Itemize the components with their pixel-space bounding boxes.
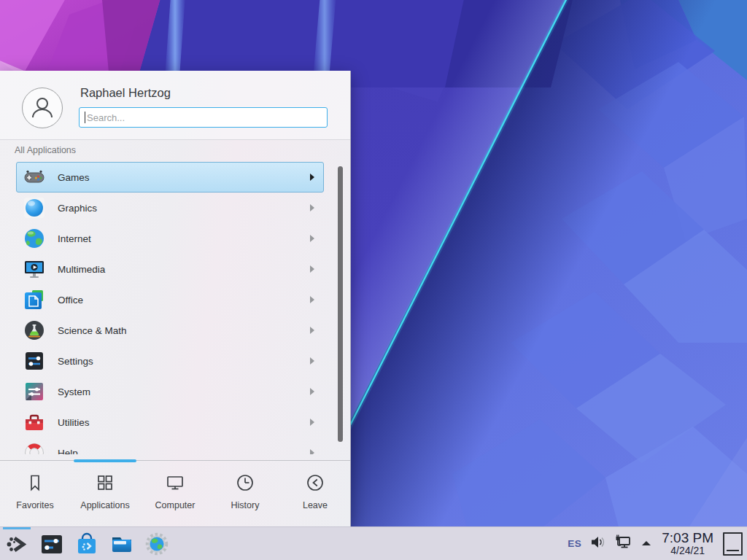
submenu-arrow-icon	[310, 449, 314, 454]
category-row-games[interactable]: Games	[16, 162, 324, 192]
sliders-dark-icon	[23, 349, 46, 373]
web-browser-button[interactable]	[144, 531, 170, 557]
category-label: Utilities	[58, 417, 90, 428]
toolbox-icon	[23, 411, 46, 434]
submenu-arrow-icon	[310, 296, 314, 303]
tab-computer[interactable]: Computer	[140, 461, 210, 526]
search-input[interactable]	[79, 107, 328, 128]
gamepad-icon	[23, 166, 46, 189]
submenu-arrow-icon	[310, 174, 314, 181]
category-row-multimedia[interactable]: Multimedia	[16, 254, 324, 284]
network-icon[interactable]	[614, 533, 632, 554]
tab-label: Computer	[155, 500, 196, 510]
submenu-arrow-icon	[310, 327, 314, 334]
system-tray: ES	[568, 527, 743, 560]
clock-time: 7:03 PM	[662, 531, 713, 545]
category-row-graphics[interactable]: Graphics	[16, 192, 324, 223]
category-label: Games	[58, 172, 90, 183]
leave-circle-icon	[306, 473, 325, 495]
user-avatar[interactable]	[22, 88, 63, 128]
grid-icon	[96, 473, 115, 495]
tab-label: History	[231, 500, 260, 510]
submenu-arrow-icon	[310, 265, 314, 273]
application-category-list: Games Graphics	[0, 160, 350, 454]
application-launcher-popup: Raphael Hertzog All Applications	[0, 71, 351, 526]
sphere-icon	[23, 196, 46, 219]
volume-icon[interactable]	[589, 534, 606, 553]
dolphin-file-manager-button[interactable]	[109, 531, 135, 557]
category-label: Multimedia	[58, 264, 105, 275]
desktop: Raphael Hertzog All Applications	[0, 0, 747, 560]
scrollbar[interactable]	[338, 166, 343, 442]
submenu-arrow-icon	[310, 204, 314, 211]
section-label: All Applications	[15, 145, 76, 155]
clock-date: 4/24/21	[662, 545, 713, 556]
tab-history[interactable]: History	[210, 461, 280, 526]
category-label: Science & Math	[58, 325, 127, 336]
tab-favorites[interactable]: Favorites	[0, 461, 70, 526]
category-label: System	[58, 386, 90, 397]
active-tab-indicator	[74, 459, 136, 462]
submenu-arrow-icon	[310, 357, 314, 365]
category-row-system[interactable]: System	[16, 376, 324, 407]
category-label: Office	[58, 295, 83, 306]
category-label: Internet	[58, 233, 91, 244]
user-name: Raphael Hertzog	[80, 86, 171, 100]
tray-expander-caret-icon[interactable]	[640, 537, 652, 551]
category-label: Settings	[58, 356, 93, 367]
category-label: Graphics	[58, 203, 97, 214]
category-label: Help	[58, 448, 78, 455]
digital-clock[interactable]: 7:03 PM 4/24/21	[662, 531, 713, 556]
submenu-arrow-icon	[310, 235, 314, 242]
monitor-play-icon	[23, 257, 46, 281]
category-row-science[interactable]: Science & Math	[16, 315, 324, 346]
submenu-arrow-icon	[310, 419, 314, 426]
monitor-icon	[166, 473, 185, 495]
clock-icon	[236, 473, 255, 495]
sliders-color-icon	[23, 380, 46, 403]
submenu-arrow-icon	[310, 388, 314, 395]
tab-leave[interactable]: Leave	[280, 461, 350, 526]
tab-applications[interactable]: Applications	[70, 461, 140, 526]
tab-label: Leave	[303, 500, 328, 510]
system-settings-button[interactable]	[39, 531, 65, 557]
kickoff-launcher-button[interactable]	[4, 531, 30, 557]
documents-icon	[23, 288, 46, 311]
keyboard-layout-indicator[interactable]: ES	[568, 538, 581, 549]
category-row-utilities[interactable]: Utilities	[16, 407, 324, 438]
category-row-settings[interactable]: Settings	[16, 346, 324, 376]
category-row-help[interactable]: Help	[16, 438, 324, 454]
launcher-tab-bar: Favorites Applications	[0, 460, 350, 526]
launcher-header: Raphael Hertzog	[0, 71, 350, 140]
taskbar-panel: ES	[0, 526, 747, 560]
globe-icon	[23, 227, 46, 250]
show-desktop-button[interactable]	[723, 532, 743, 556]
flask-icon	[23, 319, 46, 342]
text-caret	[85, 112, 85, 123]
discover-store-button[interactable]	[74, 531, 100, 557]
lifebuoy-icon	[23, 441, 46, 454]
category-row-internet[interactable]: Internet	[16, 223, 324, 254]
category-row-office[interactable]: Office	[16, 284, 324, 315]
tab-label: Applications	[80, 500, 129, 510]
tab-label: Favorites	[16, 500, 53, 510]
bookmark-icon	[26, 473, 44, 495]
